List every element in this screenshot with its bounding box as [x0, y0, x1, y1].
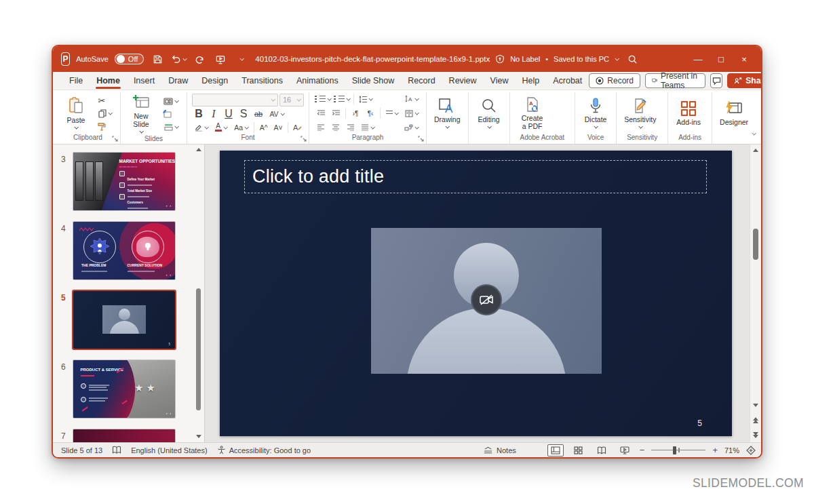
convert-to-smartart-button[interactable]: [401, 121, 421, 134]
cameo-camera-placeholder[interactable]: [371, 228, 602, 374]
current-slide[interactable]: Click to add title 5: [220, 151, 732, 436]
fit-to-window-button[interactable]: [746, 446, 756, 455]
new-slide-button[interactable]: New Slide: [125, 93, 157, 135]
normal-view-button[interactable]: [547, 444, 564, 457]
slide-5-thumbnail[interactable]: 5: [73, 291, 175, 349]
accessibility-checker[interactable]: Accessibility: Good to go: [217, 446, 311, 454]
zoom-out-button[interactable]: −: [640, 445, 645, 455]
underline-button[interactable]: U: [222, 108, 235, 120]
font-name-select[interactable]: [192, 94, 278, 106]
tab-acrobat[interactable]: Acrobat: [546, 73, 589, 88]
tab-design[interactable]: Design: [195, 73, 235, 88]
slideshow-view-button[interactable]: [617, 444, 633, 457]
text-shadow-button[interactable]: S: [237, 108, 250, 120]
section-button[interactable]: [160, 121, 182, 133]
reading-view-button[interactable]: [594, 444, 610, 457]
clear-formatting-button[interactable]: A: [291, 121, 304, 134]
slide-sorter-view-button[interactable]: [570, 444, 587, 457]
create-pdf-button[interactable]: A Create a PDF: [515, 95, 550, 132]
tab-draw[interactable]: Draw: [161, 73, 195, 88]
tab-view[interactable]: View: [484, 73, 516, 88]
layout-button[interactable]: [160, 95, 182, 107]
copy-button[interactable]: [95, 107, 115, 119]
main-scrollbar-thumb[interactable]: [753, 229, 758, 260]
right-to-left-button[interactable]: ¶‹: [364, 107, 377, 119]
italic-button[interactable]: I: [207, 108, 220, 120]
slide-7-thumbnail[interactable]: REVENUE MODEL: [73, 429, 175, 442]
zoom-slider[interactable]: [651, 450, 705, 451]
increase-indent-button[interactable]: [329, 107, 343, 119]
tab-record[interactable]: Record: [401, 73, 442, 88]
scroll-down-icon[interactable]: [753, 404, 758, 407]
thumbnail-scrollbar[interactable]: [194, 144, 204, 442]
justify-button[interactable]: [359, 121, 376, 134]
columns-button[interactable]: [402, 107, 421, 119]
maximize-button[interactable]: □: [710, 50, 733, 68]
zoom-slider-handle[interactable]: [673, 446, 676, 454]
clipboard-dialog-launcher[interactable]: [112, 136, 118, 142]
customize-quick-access-button[interactable]: [234, 50, 249, 68]
editing-button[interactable]: Editing: [473, 96, 505, 130]
drawing-button[interactable]: A Drawing: [431, 96, 463, 130]
reset-slide-button[interactable]: [160, 108, 174, 120]
decrease-font-button[interactable]: A˅: [271, 121, 284, 134]
saved-status[interactable]: Saved to this PC: [554, 55, 609, 63]
text-direction-button[interactable]: A: [402, 93, 421, 105]
tab-help[interactable]: Help: [515, 73, 546, 88]
format-painter-button[interactable]: [95, 120, 109, 132]
share-button[interactable]: Share: [727, 73, 762, 88]
close-button[interactable]: ×: [733, 50, 756, 68]
increase-font-button[interactable]: A^: [257, 121, 270, 134]
character-spacing-button[interactable]: AV: [267, 108, 287, 120]
paragraph-dialog-launcher[interactable]: [418, 136, 424, 142]
label-status[interactable]: No Label: [510, 55, 540, 63]
slide-counter[interactable]: Slide 5 of 13: [61, 446, 102, 454]
bold-button[interactable]: B: [192, 108, 206, 120]
numbering-button[interactable]: [333, 93, 351, 105]
autosave-toggle[interactable]: Off: [115, 54, 144, 64]
notes-button[interactable]: Notes: [483, 446, 516, 454]
font-color-button[interactable]: A: [212, 121, 230, 134]
thumbnail-scrollbar-thumb[interactable]: [196, 288, 201, 410]
tab-home[interactable]: Home: [90, 73, 127, 88]
undo-button[interactable]: [171, 50, 186, 68]
line-spacing-button[interactable]: [357, 93, 374, 105]
bullets-button[interactable]: [314, 93, 332, 105]
comments-button[interactable]: [710, 73, 722, 88]
slide-6-thumbnail[interactable]: ★ ★ PRODUCT & SERVICE ‹ ›: [73, 360, 175, 418]
minimize-button[interactable]: —: [686, 50, 710, 68]
align-center-button[interactable]: [329, 121, 343, 134]
scroll-down-icon[interactable]: [196, 435, 201, 438]
sensitivity-button[interactable]: Sensitivity: [621, 96, 659, 130]
strikethrough-button[interactable]: ab: [252, 108, 265, 120]
start-slideshow-button[interactable]: [213, 50, 228, 68]
slide-3-thumbnail[interactable]: MARKET OPPORTUNITIES Define Your Market …: [73, 153, 175, 210]
scroll-up-icon[interactable]: [196, 148, 201, 151]
title-placeholder[interactable]: Click to add title: [244, 160, 707, 193]
cut-button[interactable]: ✂: [95, 94, 109, 106]
tab-animations[interactable]: Animations: [290, 73, 345, 88]
spell-check-button[interactable]: [112, 446, 121, 454]
tab-file[interactable]: File: [62, 73, 90, 88]
tab-review[interactable]: Review: [442, 73, 484, 88]
decrease-indent-button[interactable]: [314, 107, 328, 119]
font-dialog-launcher[interactable]: [301, 136, 307, 142]
paste-button[interactable]: Paste: [60, 96, 92, 131]
search-button[interactable]: [625, 50, 640, 68]
text-highlight-button[interactable]: [192, 121, 210, 134]
next-slide-button[interactable]: [753, 432, 758, 438]
tab-transitions[interactable]: Transitions: [235, 73, 290, 88]
align-right-button[interactable]: [344, 121, 357, 134]
present-in-teams-button[interactable]: Present in Teams: [645, 73, 705, 88]
language-button[interactable]: English (United States): [131, 446, 208, 454]
change-case-button[interactable]: Aa: [231, 121, 251, 134]
main-scrollbar[interactable]: [750, 144, 761, 442]
previous-slide-button[interactable]: [753, 417, 758, 423]
zoom-in-button[interactable]: +: [712, 445, 718, 455]
camera-off-badge[interactable]: [471, 284, 502, 315]
record-button[interactable]: Record: [589, 73, 640, 88]
save-button[interactable]: [150, 50, 165, 68]
zoom-level-button[interactable]: 71%: [724, 446, 739, 454]
scroll-up-icon[interactable]: [753, 149, 758, 152]
font-size-select[interactable]: 16: [279, 94, 304, 106]
